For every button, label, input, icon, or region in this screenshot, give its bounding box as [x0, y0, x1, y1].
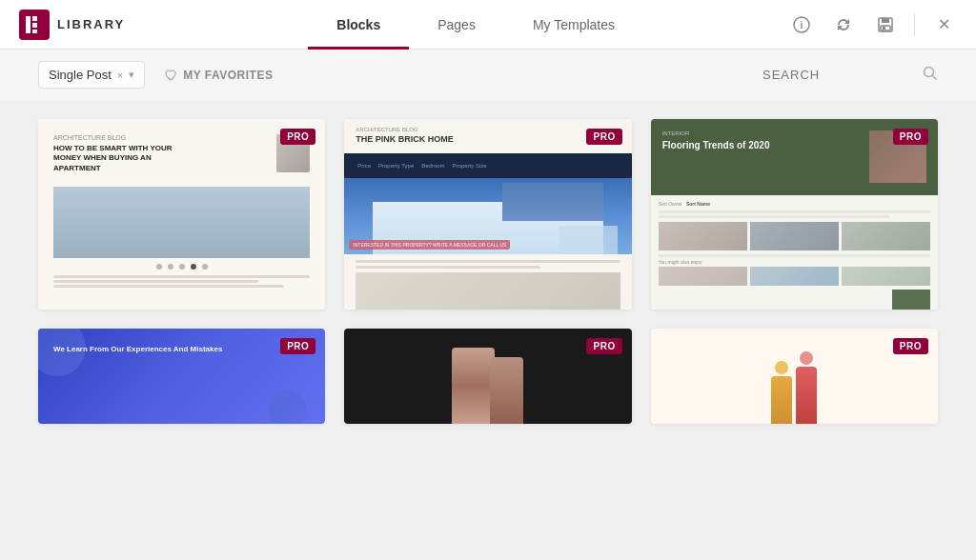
template-card-colorful-figures[interactable]: PRO [651, 329, 938, 424]
search-input[interactable] [762, 68, 915, 82]
logo-text: LIBRARY [57, 17, 125, 31]
header-divider [914, 13, 915, 36]
heart-icon [164, 69, 177, 82]
header: LIBRARY Blocks Pages My Templates i [0, 0, 976, 50]
template-grid-area: ARCHITECTURE BLOG HOW TO BE SMART WITH Y… [0, 100, 976, 560]
svg-line-11 [933, 76, 937, 80]
search-area [762, 66, 938, 84]
elementor-logo-icon [19, 10, 50, 40]
pro-badge-3: PRO [893, 129, 928, 145]
svg-rect-1 [32, 16, 37, 21]
template-card-real-estate[interactable]: ARCHITECTURE BLOG THE PINK BRICK HOME Pr… [344, 119, 631, 310]
svg-text:i: i [801, 20, 803, 30]
pro-badge-6: PRO [893, 338, 928, 354]
template-grid: ARCHITECTURE BLOG HOW TO BE SMART WITH Y… [38, 119, 938, 424]
svg-rect-9 [883, 27, 885, 30]
logo-area: LIBRARY [19, 10, 125, 40]
card2-preview: ARCHITECTURE BLOG THE PINK BRICK HOME Pr… [344, 119, 631, 310]
template-card-blue-gradient[interactable]: We Learn From Our Experiences And Mistak… [38, 329, 325, 424]
refresh-icon[interactable] [830, 11, 857, 38]
card3-preview: INTERIOR Flooring Trends of 2020 Sort Ow… [651, 119, 938, 310]
svg-rect-0 [26, 16, 30, 33]
card1-preview: ARCHITECTURE BLOG HOW TO BE SMART WITH Y… [38, 119, 325, 310]
template-card-interior[interactable]: INTERIOR Flooring Trends of 2020 Sort Ow… [651, 119, 938, 310]
info-icon[interactable]: i [788, 11, 815, 38]
category-dropdown[interactable]: Single Post × ▾ [38, 61, 145, 89]
tab-my-templates[interactable]: My Templates [504, 0, 643, 50]
favorites-button[interactable]: MY FAVORITES [164, 69, 273, 82]
dropdown-arrow: ▾ [129, 69, 134, 81]
dropdown-clear[interactable]: × [117, 70, 123, 81]
header-actions: i ✕ [788, 11, 957, 38]
card4-preview: We Learn From Our Experiences And Mistak… [38, 329, 325, 424]
save-icon[interactable] [872, 11, 899, 38]
pro-badge-2: PRO [586, 129, 621, 145]
svg-rect-7 [882, 18, 889, 23]
svg-rect-3 [32, 30, 37, 33]
tabs-container: Blocks Pages My Templates [163, 0, 788, 49]
card1-title: HOW TO BE SMART WITH YOUR MONEY WHEN BUY… [53, 144, 183, 173]
favorites-label: MY FAVORITES [183, 69, 273, 82]
filter-bar: Single Post × ▾ MY FAVORITES [0, 50, 976, 100]
tab-blocks[interactable]: Blocks [308, 0, 409, 50]
card4-title: We Learn From Our Experiences And Mistak… [53, 344, 310, 354]
tab-pages[interactable]: Pages [409, 0, 504, 50]
search-icon [923, 66, 938, 84]
dropdown-label: Single Post [49, 68, 112, 82]
card3-title: Flooring Trends of 2020 [662, 139, 862, 151]
close-icon[interactable]: ✕ [930, 11, 957, 38]
pro-badge-5: PRO [586, 338, 621, 354]
pro-badge-1: PRO [280, 129, 315, 145]
card2-title: THE PINK BRICK HOME [356, 134, 620, 144]
template-card-blog-post[interactable]: ARCHITECTURE BLOG HOW TO BE SMART WITH Y… [38, 119, 325, 310]
svg-rect-2 [32, 23, 37, 28]
template-card-portrait-dark[interactable]: PRO [344, 329, 631, 424]
